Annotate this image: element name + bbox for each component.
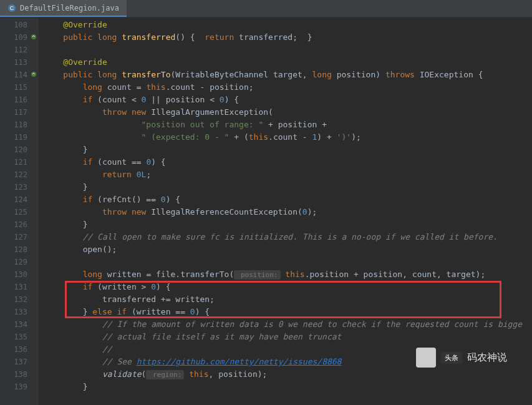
- line-number: 118: [0, 119, 39, 131]
- watermark-avatar-icon: [416, 348, 436, 368]
- file-tab[interactable]: C DefaultFileRegion.java: [0, 0, 127, 17]
- svg-point-2: [31, 34, 36, 39]
- line-number: 130: [0, 268, 39, 281]
- line-number: 122: [0, 168, 39, 181]
- gutter: 108 109 112 113 114 115 116 117 118 119 …: [0, 17, 39, 405]
- line-number: 109: [0, 31, 39, 44]
- code-line: // actual file itself as it may have bee…: [44, 331, 532, 343]
- line-number: 132: [0, 293, 39, 306]
- line-number: 126: [0, 218, 39, 231]
- line-number: 139: [0, 381, 39, 393]
- line-number: 120: [0, 144, 39, 156]
- code-line: [44, 44, 532, 56]
- line-number: 114: [0, 69, 39, 81]
- line-number: 124: [0, 193, 39, 206]
- code-line: [44, 256, 532, 268]
- code-line: long count = this.count - position;: [44, 81, 532, 94]
- line-number: 115: [0, 81, 39, 94]
- code-line: } else if (written == 0) {: [44, 306, 532, 318]
- code-line: @Override: [44, 19, 532, 31]
- code-line: "position out of range: " + position +: [44, 119, 532, 131]
- line-number: 136: [0, 343, 39, 356]
- line-number: 138: [0, 368, 39, 381]
- line-number: 133: [0, 306, 39, 318]
- line-number: 128: [0, 243, 39, 256]
- line-number: 127: [0, 231, 39, 243]
- code-line: " (expected: 0 - " + (this.count - 1) + …: [44, 131, 532, 144]
- code-line: @Override: [44, 56, 532, 69]
- code-line: if (written > 0) {: [44, 281, 532, 293]
- code-line: public long transferred() { return trans…: [44, 31, 532, 44]
- svg-point-3: [31, 72, 36, 77]
- code-line: }: [44, 381, 532, 393]
- line-number: 116: [0, 94, 39, 106]
- tab-bar: C DefaultFileRegion.java: [0, 0, 532, 17]
- editor: 108 109 112 113 114 115 116 117 118 119 …: [0, 17, 532, 405]
- watermark: 头条 码农神说: [416, 348, 507, 368]
- code-line: }: [44, 181, 532, 193]
- line-number: 119: [0, 131, 39, 144]
- line-number: 129: [0, 256, 39, 268]
- tab-filename: DefaultFileRegion.java: [20, 4, 119, 12]
- line-number: 117: [0, 106, 39, 119]
- code-line: if (refCnt() == 0) {: [44, 193, 532, 206]
- code-line: if (count < 0 || position < 0) {: [44, 94, 532, 106]
- code-line: // Call open to make sure fc is initiali…: [44, 231, 532, 243]
- line-number: 137: [0, 356, 39, 368]
- svg-text:C: C: [10, 5, 14, 11]
- param-hint: region:: [146, 370, 184, 379]
- code-line: public long transferTo(WritableByteChann…: [44, 69, 532, 81]
- override-marker-icon[interactable]: [30, 33, 37, 41]
- code-line: open();: [44, 243, 532, 256]
- line-number: 108: [0, 19, 39, 31]
- line-number: 123: [0, 181, 39, 193]
- code-line: if (count == 0) {: [44, 156, 532, 168]
- watermark-text: 码农神说: [467, 351, 507, 364]
- code-line: return 0L;: [44, 168, 532, 181]
- code-area[interactable]: @Override public long transferred() { re…: [39, 17, 532, 405]
- code-line: }: [44, 144, 532, 156]
- line-number: 125: [0, 206, 39, 218]
- param-hint: position:: [234, 270, 280, 280]
- line-number: 112: [0, 44, 39, 56]
- code-line: long written = file.transferTo( position…: [44, 268, 532, 281]
- code-line: validate( region: this, position);: [44, 368, 532, 381]
- line-number: 121: [0, 156, 39, 168]
- line-number: 134: [0, 318, 39, 331]
- code-line: }: [44, 218, 532, 231]
- line-number: 135: [0, 331, 39, 343]
- code-line: transferred += written;: [44, 293, 532, 306]
- line-number: 113: [0, 56, 39, 69]
- watermark-badge: 头条: [441, 352, 462, 364]
- override-marker-icon[interactable]: [30, 71, 37, 78]
- code-line: throw new IllegalArgumentException(: [44, 106, 532, 119]
- java-class-icon: C: [7, 4, 16, 12]
- code-line: throw new IllegalReferenceCountException…: [44, 206, 532, 218]
- code-line: // If the amount of written data is 0 we…: [44, 318, 532, 331]
- line-number: 131: [0, 281, 39, 293]
